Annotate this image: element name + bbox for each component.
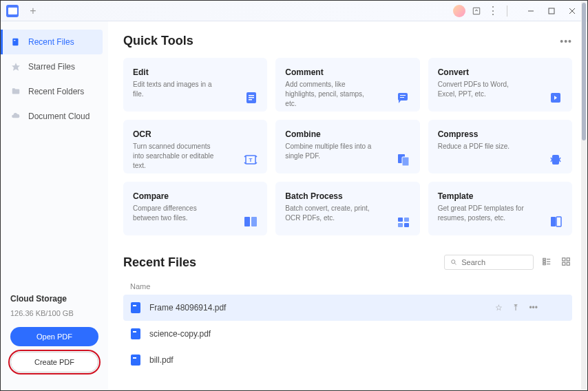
svg-rect-20 — [552, 155, 559, 165]
svg-rect-2 — [549, 8, 554, 14]
sidebar-item-label: Document Cloud — [28, 112, 90, 121]
tool-title: Batch Process — [285, 191, 410, 201]
svg-rect-21 — [244, 217, 250, 226]
scrollbar-track[interactable] — [581, 1, 587, 390]
tool-desc: Add comments, like highlights, pencil, s… — [285, 80, 375, 109]
tool-icon — [547, 91, 564, 105]
sidebar-item-recent-folders[interactable]: Recent Folders — [1, 79, 108, 104]
minimize-button[interactable] — [521, 3, 540, 19]
svg-rect-19 — [402, 157, 409, 166]
pdf-file-icon — [130, 354, 143, 366]
svg-rect-13 — [400, 95, 406, 96]
tool-card-compare[interactable]: CompareCompare differences between two f… — [123, 182, 267, 235]
tool-title: OCR — [133, 129, 258, 139]
tool-card-comment[interactable]: CommentAdd comments, like highlights, pe… — [275, 58, 419, 112]
file-name: science-copy.pdf — [149, 329, 565, 339]
open-pdf-button[interactable]: Open PDF — [10, 327, 98, 346]
share-icon[interactable] — [471, 6, 482, 17]
column-header-name: Name — [123, 278, 572, 295]
upload-action-icon[interactable]: ⤒ — [512, 303, 519, 313]
star-action-icon[interactable]: ☆ — [495, 303, 503, 313]
sidebar-item-label: Starred Files — [28, 62, 75, 72]
star-icon — [10, 61, 21, 72]
svg-rect-33 — [543, 263, 546, 264]
svg-rect-12 — [398, 93, 408, 101]
svg-rect-25 — [398, 223, 403, 227]
tool-desc: Batch convert, create, print, OCR PDFs, … — [285, 204, 375, 223]
svg-point-29 — [452, 260, 455, 264]
maximize-button[interactable] — [542, 3, 561, 19]
svg-rect-31 — [543, 258, 546, 260]
tool-title: Compress — [438, 129, 563, 139]
menu-dots-icon[interactable]: ⋮ — [487, 6, 498, 17]
app-logo-icon — [6, 5, 19, 17]
quick-tools-more-icon[interactable]: ••• — [560, 36, 572, 47]
search-icon — [450, 258, 457, 266]
tool-desc: Get great PDF templates for resumes, pos… — [438, 204, 527, 223]
tool-card-compress[interactable]: CompressReduce a PDF file size. — [428, 120, 572, 173]
file-row[interactable]: Frame 48096914.pdf☆⤒••• — [123, 295, 572, 321]
svg-rect-14 — [400, 97, 404, 98]
avatar[interactable] — [453, 5, 465, 17]
pdf-file-icon — [130, 302, 143, 314]
grid-view-icon[interactable] — [561, 257, 572, 268]
row-actions: ☆⤒••• — [495, 303, 538, 313]
svg-rect-32 — [543, 261, 546, 262]
tool-card-edit[interactable]: EditEdit texts and images in a file. — [123, 58, 267, 112]
sidebar-item-starred-files[interactable]: Starred Files — [1, 54, 108, 79]
svg-rect-43 — [131, 328, 140, 339]
recent-files-title: Recent Files — [123, 255, 196, 270]
svg-rect-40 — [567, 262, 569, 265]
svg-rect-23 — [398, 218, 403, 222]
file-name: bill.pdf — [149, 355, 565, 365]
svg-rect-39 — [563, 262, 565, 265]
pdf-file-icon — [130, 328, 143, 340]
svg-text:T: T — [249, 157, 253, 163]
svg-rect-11 — [249, 99, 252, 101]
tool-desc: Turn scanned documents into searchable o… — [133, 142, 222, 171]
tool-icon: T — [242, 153, 259, 167]
svg-line-30 — [454, 263, 456, 264]
file-name: Frame 48096914.pdf — [149, 303, 488, 313]
tool-desc: Edit texts and images in a file. — [133, 80, 222, 99]
search-input[interactable] — [461, 258, 527, 266]
tool-title: Template — [438, 191, 563, 201]
search-box[interactable] — [444, 255, 534, 270]
tool-title: Combine — [285, 129, 410, 139]
main-content: Quick Tools ••• EditEdit texts and image… — [108, 21, 587, 390]
svg-rect-42 — [133, 305, 136, 306]
new-tab-button[interactable]: + — [27, 5, 39, 17]
more-action-icon[interactable]: ••• — [529, 303, 538, 313]
create-pdf-button[interactable]: Create PDF — [10, 352, 98, 372]
list-view-icon[interactable] — [542, 257, 553, 268]
tool-card-batch-process[interactable]: Batch ProcessBatch convert, create, prin… — [275, 182, 419, 235]
cloud-icon — [10, 111, 21, 122]
tool-title: Convert — [438, 67, 563, 77]
tool-icon — [242, 215, 259, 229]
file-row[interactable]: bill.pdf — [123, 347, 572, 373]
tool-desc: Reduce a PDF file size. — [438, 142, 527, 151]
tool-card-combine[interactable]: CombineCombine multiple files into a sin… — [275, 120, 419, 173]
cloud-storage-usage: 126.36 KB/100 GB — [10, 309, 98, 317]
scrollbar-thumb[interactable] — [582, 3, 586, 140]
svg-rect-24 — [404, 218, 409, 222]
svg-rect-0 — [473, 8, 479, 14]
sidebar-item-recent-files[interactable]: Recent Files — [1, 30, 103, 54]
file-row[interactable]: science-copy.pdf — [123, 321, 572, 347]
tool-icon — [395, 215, 412, 229]
sidebar-item-document-cloud[interactable]: Document Cloud — [1, 104, 108, 129]
tool-icon — [395, 153, 412, 167]
tool-card-ocr[interactable]: OCRTurn scanned documents into searchabl… — [123, 120, 267, 173]
svg-rect-9 — [249, 95, 254, 96]
svg-rect-45 — [131, 355, 140, 366]
tool-card-template[interactable]: TemplateGet great PDF templates for resu… — [428, 182, 572, 235]
sidebar-item-label: Recent Folders — [28, 87, 84, 96]
svg-rect-37 — [563, 258, 565, 261]
close-button[interactable] — [563, 3, 582, 19]
tool-icon — [242, 91, 259, 105]
sidebar-item-label: Recent Files — [28, 37, 74, 47]
sidebar: Recent Files Starred Files Recent Folder… — [1, 21, 108, 390]
svg-rect-44 — [133, 331, 136, 332]
tool-card-convert[interactable]: ConvertConvert PDFs to Word, Excel, PPT,… — [428, 58, 572, 112]
quick-tools-title: Quick Tools — [123, 34, 193, 48]
